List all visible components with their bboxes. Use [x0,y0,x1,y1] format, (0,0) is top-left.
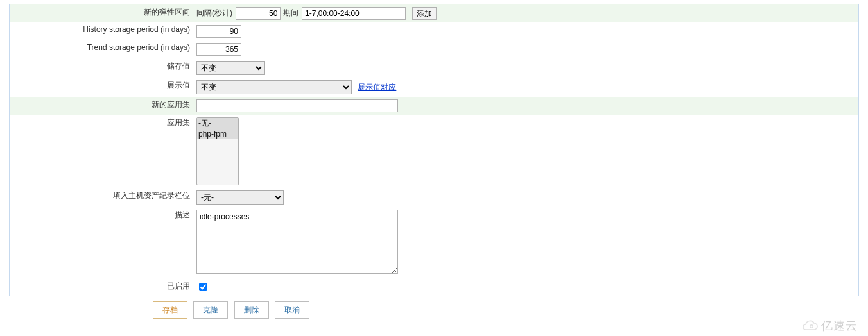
save-button[interactable]: 存档 [153,301,187,319]
row-store-value: 储存值 不变 [10,58,858,78]
label-store-value: 储存值 [10,58,193,78]
clone-button[interactable]: 克隆 [193,301,228,319]
description-textarea[interactable] [196,210,398,274]
delete-button[interactable]: 删除 [234,301,269,319]
row-appset: 应用集 -无- php-fpm [10,115,858,188]
row-elastic-interval: 新的弹性区间 间隔(秒计) 期间 添加 [10,4,858,22]
interval-seconds-input[interactable] [236,7,281,20]
row-history-period: History storage period (in days) [10,22,858,40]
row-trend-period: Trend storage period (in days) [10,40,858,58]
new-appset-input[interactable] [196,99,398,112]
form-table: 新的弹性区间 间隔(秒计) 期间 添加 History storage peri… [10,4,858,296]
interval-seconds-label: 间隔(秒计) [196,8,232,19]
row-new-appset: 新的应用集 [10,97,858,115]
label-elastic-interval: 新的弹性区间 [10,4,193,22]
form-container: 新的弹性区间 间隔(秒计) 期间 添加 History storage peri… [9,4,859,296]
enabled-checkbox[interactable] [199,283,207,291]
label-new-appset: 新的应用集 [10,97,193,115]
row-host-inventory: 填入主机资产纪录栏位 -无- [10,188,858,207]
period-label: 期间 [283,8,299,19]
label-trend-period: Trend storage period (in days) [10,40,193,58]
store-value-select[interactable]: 不变 [196,61,265,75]
label-appset: 应用集 [10,115,193,188]
label-description: 描述 [10,207,193,278]
show-value-map-link[interactable]: 展示值对应 [358,83,396,92]
host-inventory-select[interactable]: -无- [196,190,284,205]
cancel-button[interactable]: 取消 [275,301,309,319]
add-button[interactable]: 添加 [412,7,437,20]
field-elastic-interval: 间隔(秒计) 期间 添加 [193,4,858,22]
row-description: 描述 [10,207,858,278]
show-value-select[interactable]: 不变 [196,80,352,94]
action-bar: 存档 克隆 删除 取消 [9,301,859,319]
history-period-input[interactable] [196,25,241,38]
period-input[interactable] [302,7,406,20]
label-host-inventory: 填入主机资产纪录栏位 [10,188,193,207]
label-enabled: 已启用 [10,278,193,296]
row-enabled: 已启用 [10,278,858,296]
appset-multiselect[interactable]: -无- php-fpm [196,117,239,185]
row-show-value: 展示值 不变 展示值对应 [10,78,858,97]
label-show-value: 展示值 [10,78,193,97]
trend-period-input[interactable] [196,43,241,56]
label-history-period: History storage period (in days) [10,22,193,40]
